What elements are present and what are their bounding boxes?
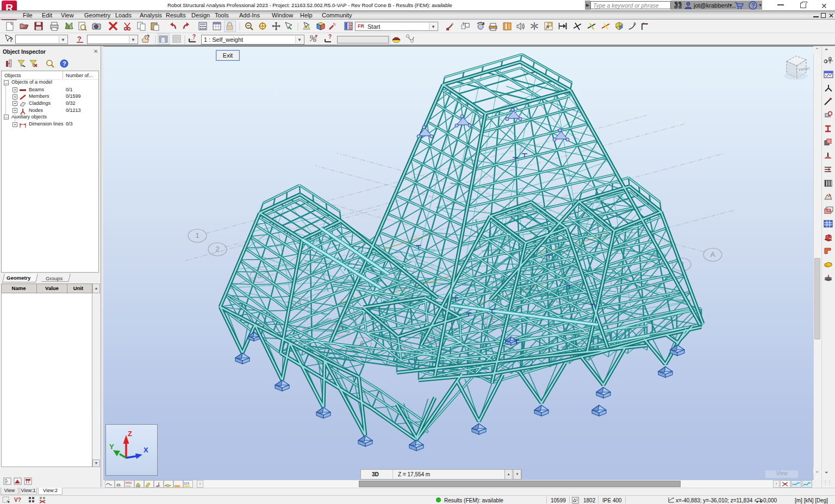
svg-text:?: ? <box>9 36 13 43</box>
svg-text:?: ? <box>63 60 66 67</box>
svg-text:123: 123 <box>184 482 190 485</box>
svg-text:1: 1 <box>195 231 199 240</box>
svg-text:1: 1 <box>825 59 827 63</box>
svg-text:Z: Z <box>128 430 132 438</box>
svg-text:?: ? <box>315 34 318 39</box>
svg-text:X: X <box>144 446 148 454</box>
svg-text:?: ? <box>751 2 755 9</box>
svg-text:Y: Y <box>109 443 114 451</box>
svg-text:?: ? <box>146 34 149 40</box>
svg-text:2: 2 <box>215 245 219 253</box>
svg-text:?: ? <box>328 34 332 40</box>
svg-text:?: ? <box>77 35 82 43</box>
svg-text:M52: M52 <box>126 481 132 484</box>
svg-text:A: A <box>711 250 715 259</box>
svg-text:V?: V? <box>14 497 21 503</box>
svg-text:?: ? <box>192 34 196 40</box>
